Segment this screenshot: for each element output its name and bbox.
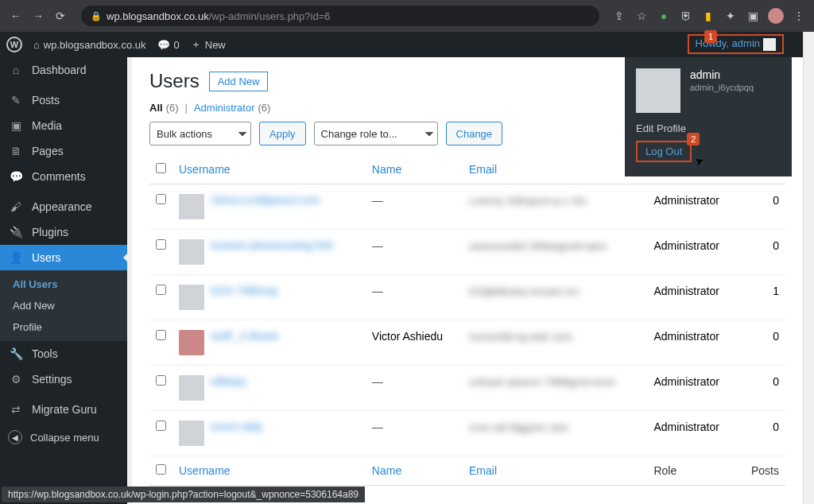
extension-icon[interactable]: ●	[657, 9, 671, 23]
settings-icon: ⚙	[8, 373, 24, 386]
col-name[interactable]: Name	[366, 155, 463, 184]
status-bar: https://wp.blogsandbox.co.uk/wp-login.ph…	[2, 487, 365, 502]
user-avatar	[179, 194, 204, 219]
username-link[interactable]: wolff _A.Bowie	[211, 330, 278, 342]
col-username[interactable]: Username	[172, 155, 366, 184]
kebab-icon[interactable]: ⋮	[792, 9, 806, 23]
filter-administrator[interactable]: Administrator	[194, 102, 255, 114]
migrate-icon: ⇄	[8, 403, 24, 416]
url-bar[interactable]: 🔒 wp.blogsandbox.co.uk/wp-admin/users.ph…	[81, 6, 599, 26]
col-name[interactable]: Name	[366, 456, 463, 486]
col-email[interactable]: Email	[463, 155, 647, 184]
submenu-profile[interactable]: Profile	[0, 316, 127, 338]
role-cell: Administrator	[647, 411, 738, 456]
scrollbar[interactable]	[803, 32, 814, 504]
site-link[interactable]: ⌂wp.blogsandbox.co.uk	[33, 39, 146, 51]
username-link[interactable]: 0101 7diBumg	[211, 285, 277, 297]
tools-icon: 🔧	[8, 347, 24, 360]
users-icon: 👤	[8, 251, 24, 264]
collapse-icon: ◀	[8, 430, 22, 444]
name-cell: —	[372, 239, 383, 252]
sidebar-item-pages[interactable]: 🗎Pages	[0, 138, 127, 164]
reload-icon[interactable]: ⟳	[52, 10, 68, 22]
select-all-checkbox[interactable]	[156, 464, 166, 475]
profile-name: admin	[690, 68, 754, 81]
username-link[interactable]: w6bqey	[211, 375, 246, 387]
role-cell: Administrator	[647, 320, 738, 366]
col-posts: Posts	[738, 456, 785, 486]
change-button[interactable]: Change	[446, 122, 503, 145]
email-cell[interactable]: 010jlteBulwy encare-sm	[469, 285, 579, 297]
appearance-icon: 🖌	[8, 200, 24, 213]
sidebar-item-posts[interactable]: ✎Posts	[0, 87, 127, 113]
select-all-checkbox[interactable]	[156, 163, 166, 173]
sidebar-item-media[interactable]: ▣Media	[0, 113, 127, 138]
sidebar-item-settings[interactable]: ⚙Settings	[0, 366, 127, 392]
table-row: wolff _A.Bowie Victor Ashiedu monorldb+i…	[149, 320, 785, 366]
back-icon[interactable]: ←	[8, 10, 24, 22]
email-cell[interactable]: unfrauh adverm 70fitltgmd eumr	[469, 376, 615, 388]
forward-icon[interactable]: →	[30, 10, 46, 22]
col-email[interactable]: Email	[463, 456, 647, 486]
email-cell[interactable]: monorldb+ig eder xom	[469, 331, 572, 343]
apply-button[interactable]: Apply	[259, 122, 306, 145]
collapse-menu[interactable]: ◀Collapse menu	[0, 422, 127, 452]
logout-link[interactable]: Log Out 2 ➤	[636, 141, 692, 162]
username-link[interactable]: brulown phwasonwieg 53d	[211, 239, 332, 251]
email-cell[interactable]: ownisumdlol 33llwegmdl+qem	[469, 240, 607, 252]
howdy-account[interactable]: Howdy, admin	[688, 34, 784, 54]
email-cell[interactable]: vrne oaf fdggnev cam	[469, 421, 568, 433]
profile-avatar-icon[interactable]	[768, 8, 784, 24]
username-link[interactable]: 2dmuLv14@gma1l.com	[211, 194, 320, 206]
user-avatar	[179, 421, 204, 446]
bulk-actions-select[interactable]: Bulk actions	[149, 122, 251, 145]
notification-badge: 1	[704, 30, 717, 43]
star-icon[interactable]: ☆	[634, 9, 649, 23]
page-title: Users	[149, 70, 200, 92]
comments-link[interactable]: 💬0	[157, 39, 180, 51]
sidebar-item-plugins[interactable]: 🔌Plugins	[0, 219, 127, 245]
tab-icon[interactable]: ▣	[746, 9, 760, 23]
col-username[interactable]: Username	[172, 456, 366, 486]
sidebar-item-comments[interactable]: 💬Comments	[0, 164, 127, 189]
email-cell[interactable]: Loremy 2d0upum+p c 0m	[469, 195, 587, 207]
posts-cell: 0	[738, 366, 785, 411]
row-checkbox[interactable]	[156, 239, 166, 250]
sidebar-item-migrate[interactable]: ⇄Migrate Guru	[0, 397, 127, 422]
name-cell: —	[372, 375, 383, 388]
role-cell: Administrator	[647, 230, 738, 275]
role-cell: Administrator	[647, 366, 738, 411]
user-avatar	[179, 239, 204, 265]
posts-cell: 0	[738, 230, 785, 275]
shield-icon[interactable]: ⛨	[679, 9, 693, 23]
filter-all[interactable]: All	[149, 102, 163, 114]
sidebar-item-dashboard[interactable]: ⌂Dashboard	[0, 57, 127, 83]
username-link[interactable]: lvonm dally	[211, 421, 262, 432]
posts-icon: ✎	[8, 94, 24, 107]
cursor-icon: ➤	[693, 153, 707, 168]
row-checkbox[interactable]	[156, 375, 166, 386]
share-icon[interactable]: ⇪	[612, 9, 626, 23]
submenu-add-new[interactable]: Add New	[0, 295, 127, 316]
row-checkbox[interactable]	[156, 285, 166, 295]
row-checkbox[interactable]	[156, 330, 166, 340]
sidebar-item-users[interactable]: 👤Users	[0, 245, 127, 270]
sidebar-item-appearance[interactable]: 🖌Appearance	[0, 194, 127, 219]
name-cell: —	[372, 285, 383, 297]
table-row: brulown phwasonwieg 53d — ownisumdlol 33…	[149, 230, 785, 275]
row-checkbox[interactable]	[156, 194, 166, 204]
new-content[interactable]: ＋New	[191, 37, 226, 52]
row-checkbox[interactable]	[156, 421, 166, 431]
edit-profile-link[interactable]: Edit Profile	[636, 122, 781, 134]
add-new-button[interactable]: Add New	[209, 72, 269, 91]
sidebar-item-tools[interactable]: 🔧Tools	[0, 341, 127, 366]
table-row: 0101 7diBumg — 010jlteBulwy encare-sm Ad…	[149, 275, 785, 320]
submenu-all-users[interactable]: All Users	[0, 273, 127, 295]
wp-logo[interactable]: W	[6, 37, 22, 52]
puzzle-icon[interactable]: ✦	[723, 9, 738, 23]
wp-admin-bar: W ⌂wp.blogsandbox.co.uk 💬0 ＋New 1 Howdy,…	[0, 32, 803, 57]
comment-icon: 💬	[157, 39, 170, 51]
change-role-select[interactable]: Change role to...	[314, 122, 438, 145]
extension-icon[interactable]: ▮	[701, 9, 715, 23]
posts-cell: 0	[738, 320, 785, 366]
